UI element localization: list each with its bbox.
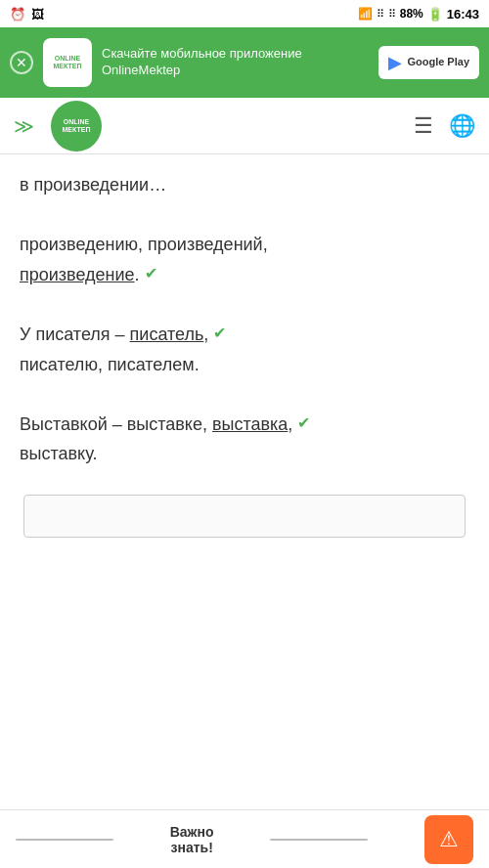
nav-logo-line1: ONLINE — [64, 118, 89, 126]
banner-close-button[interactable]: ✕ — [10, 51, 33, 74]
bottom-line-right — [270, 839, 368, 841]
navigation-bar: ≫ ONLINE МЕКТЕП ☰ 🌐 — [0, 98, 489, 154]
battery-percent: 88% — [400, 7, 423, 21]
checkmark-1: ✔ — [145, 260, 157, 286]
wifi-icon: 📶 — [358, 7, 373, 21]
banner-description: Скачайте мобильное приложение OnlineMekt… — [102, 46, 369, 79]
google-play-button[interactable]: ▶ Google Play — [378, 46, 479, 79]
warning-icon: ⚠ — [439, 827, 459, 852]
bottom-line-left — [16, 839, 113, 841]
promo-banner: ✕ ONLINE МЕКТЕП Скачайте мобильное прило… — [0, 27, 489, 98]
status-left: ⏰ 🖼 — [10, 7, 44, 22]
nav-right-icons: ☰ 🌐 — [414, 113, 475, 139]
banner-logo-text-line1: ONLINE — [55, 55, 80, 63]
status-bar: ⏰ 🖼 📶 ⠿ ⠿ 88% 🔋 16:43 — [0, 0, 489, 27]
globe-icon[interactable]: 🌐 — [449, 113, 475, 139]
checkmark-2: ✔ — [213, 320, 226, 346]
time-display: 16:43 — [447, 7, 479, 22]
nav-logo-line2: МЕКТЕП — [63, 126, 91, 134]
signal-icon-2: ⠿ — [388, 8, 396, 21]
underlined-word-1: произведение — [20, 265, 135, 284]
text-line-1: в произведении… — [20, 170, 469, 200]
text-line-6: Выставкой – выставке, выставка, ✔ — [20, 410, 469, 440]
text-line-4: У писателя – писатель, ✔ — [20, 320, 469, 350]
alarm-icon: ⏰ — [10, 7, 25, 22]
underlined-word-2: писатель — [130, 325, 204, 344]
banner-logo-text-line2: МЕКТЕП — [54, 63, 82, 70]
play-store-icon: ▶ — [388, 52, 402, 73]
underlined-word-3: выставка — [212, 414, 288, 434]
google-play-label: Google Play — [407, 56, 469, 68]
text-line-5: писателю, писателем. — [20, 350, 469, 380]
battery-icon: 🔋 — [427, 7, 443, 22]
answer-input-area — [20, 485, 469, 547]
image-icon: 🖼 — [31, 7, 44, 22]
status-right: 📶 ⠿ ⠿ 88% 🔋 16:43 — [358, 7, 479, 22]
hamburger-menu-button[interactable]: ≫ — [14, 114, 43, 138]
answer-input[interactable] — [23, 495, 466, 538]
checkmark-3: ✔ — [297, 410, 310, 436]
banner-logo: ONLINE МЕКТЕП — [43, 38, 92, 87]
main-content: в произведении… произведению, произведен… — [0, 154, 489, 809]
nav-logo[interactable]: ONLINE МЕКТЕП — [51, 101, 102, 152]
list-view-icon[interactable]: ☰ — [414, 113, 433, 139]
warning-button[interactable]: ⚠ — [424, 815, 473, 864]
signal-icon: ⠿ — [377, 8, 384, 21]
exercise-text: в произведении… произведению, произведен… — [20, 170, 469, 469]
text-line-3: произведение. ✔ — [20, 260, 469, 290]
bottom-bar: Важнознать! ⚠ — [0, 809, 489, 868]
text-line-7: выставку. — [20, 439, 469, 469]
important-label: Важнознать! — [170, 824, 214, 855]
text-line-2: произведению, произведений, — [20, 230, 469, 260]
nav-back-arrow: ≫ — [14, 114, 37, 138]
